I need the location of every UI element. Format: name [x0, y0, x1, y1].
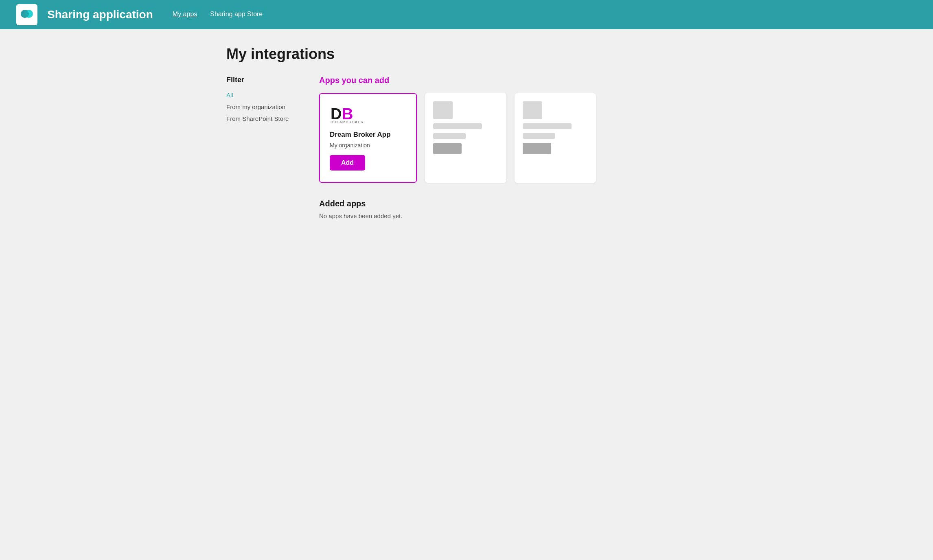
main-content: My integrations Filter All From my organ… [202, 29, 731, 236]
header-nav: My apps Sharing app Store [173, 11, 263, 19]
dreambroker-logo: D B DREAMBROKER [330, 104, 370, 124]
placeholder-line-4 [523, 133, 555, 139]
app-header: Sharing application My apps Sharing app … [0, 0, 933, 29]
placeholder-line-2 [433, 133, 466, 139]
placeholder-card-3 [515, 93, 596, 183]
filter-from-sharepoint[interactable]: From SharePoint Store [226, 114, 300, 123]
placeholder-card-2 [425, 93, 506, 183]
page-title: My integrations [226, 46, 707, 63]
dream-broker-card: D B DREAMBROKER Dream Broker App My orga… [319, 93, 417, 183]
placeholder-button-2 [433, 143, 462, 154]
apps-section: Apps you can add D B D [319, 76, 707, 219]
added-apps-heading: Added apps [319, 199, 707, 208]
no-apps-text: No apps have been added yet. [319, 212, 707, 219]
placeholder-line-1 [433, 123, 482, 129]
nav-my-apps[interactable]: My apps [173, 11, 197, 19]
filter-from-org[interactable]: From my organization [226, 103, 300, 111]
dream-broker-app-name: Dream Broker App [330, 131, 406, 139]
dream-broker-logo-container: D B DREAMBROKER [330, 104, 406, 124]
placeholder-button-3 [523, 143, 551, 154]
filter-sidebar: Filter All From my organization From Sha… [226, 76, 300, 123]
nav-sharing-app-store[interactable]: Sharing app Store [210, 11, 263, 19]
svg-point-2 [21, 10, 29, 18]
cards-row: D B DREAMBROKER Dream Broker App My orga… [319, 93, 707, 183]
add-dream-broker-button[interactable]: Add [330, 155, 365, 171]
added-apps-section: Added apps No apps have been added yet. [319, 199, 707, 219]
placeholder-icon-2 [433, 101, 453, 119]
dreambroker-logo-svg: D B DREAMBROKER [330, 104, 370, 124]
content-layout: Filter All From my organization From Sha… [226, 76, 707, 219]
filter-all[interactable]: All [226, 91, 300, 99]
logo-icon [20, 7, 34, 22]
apps-you-can-add-heading: Apps you can add [319, 76, 707, 85]
placeholder-line-3 [523, 123, 572, 129]
placeholder-icon-3 [523, 101, 542, 119]
header-title: Sharing application [47, 8, 153, 21]
dream-broker-app-org: My organization [330, 142, 406, 149]
app-logo [16, 4, 37, 25]
filter-label: Filter [226, 76, 300, 84]
svg-text:DREAMBROKER: DREAMBROKER [331, 120, 364, 124]
filter-list: All From my organization From SharePoint… [226, 91, 300, 123]
